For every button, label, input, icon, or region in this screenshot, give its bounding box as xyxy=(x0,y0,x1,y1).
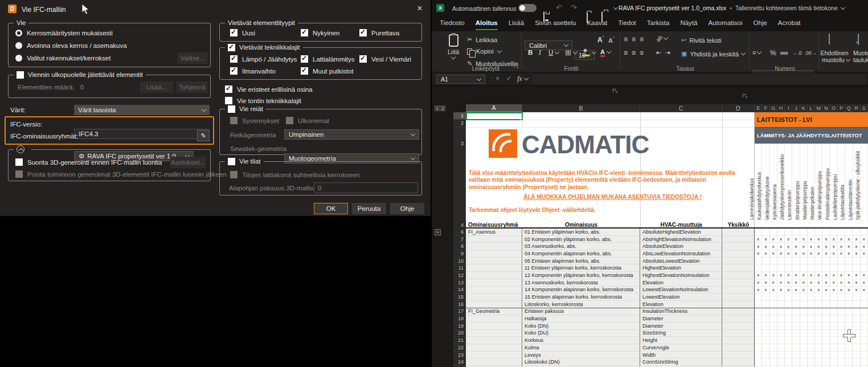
cell-mark[interactable] xyxy=(815,337,822,344)
cell-mark[interactable]: x xyxy=(792,279,800,287)
row-header[interactable]: 12 xyxy=(453,272,466,279)
cell-unit[interactable] xyxy=(722,250,755,258)
cell-mark[interactable] xyxy=(838,323,845,330)
font-color-button[interactable]: A xyxy=(600,48,611,55)
cell-mark[interactable] xyxy=(808,229,815,236)
column-header[interactable]: M xyxy=(815,104,822,112)
cell-mark[interactable]: x xyxy=(838,250,845,258)
cell-mark[interactable]: x xyxy=(853,272,860,279)
cell-property[interactable]: Koko (DU) xyxy=(522,330,640,337)
cell-mark[interactable] xyxy=(822,293,830,301)
cell-mark[interactable]: x xyxy=(830,236,838,243)
peruuta-button[interactable]: Peruuta xyxy=(352,203,386,214)
cell-mark[interactable]: x xyxy=(838,243,845,250)
cell-mark[interactable] xyxy=(785,315,792,323)
cell-property-group[interactable] xyxy=(466,344,522,352)
cell-mark[interactable] xyxy=(845,229,853,236)
cell-mark[interactable]: x xyxy=(770,272,777,279)
cell-mark[interactable] xyxy=(800,229,808,236)
clipboard-dialog-launcher[interactable] xyxy=(514,64,519,70)
cell-property-group[interactable] xyxy=(466,250,522,258)
cell-mark[interactable] xyxy=(755,337,762,344)
cell-mark[interactable] xyxy=(808,358,815,366)
cell-unit[interactable] xyxy=(722,323,755,330)
cell-mark[interactable] xyxy=(755,308,762,316)
cell-mark[interactable]: x xyxy=(762,272,769,279)
cell-mark[interactable] xyxy=(785,352,792,359)
cell-property[interactable]: 01 Eristeen yläpinnan korko, abs. xyxy=(522,229,640,236)
cell-mark[interactable] xyxy=(838,308,845,316)
cell-mark[interactable] xyxy=(853,344,860,352)
asetukset-button[interactable]: Asetukset... xyxy=(170,157,206,168)
decrease-decimal-button[interactable]: .00→ xyxy=(805,50,816,56)
borders-button[interactable]: ⊞ xyxy=(565,48,577,57)
cell-mark[interactable] xyxy=(755,358,762,366)
row-header[interactable]: 18 xyxy=(453,315,466,323)
cell-unit[interactable] xyxy=(722,293,755,301)
cell-property[interactable]: Halkaisija xyxy=(522,315,640,323)
checkbox-vie-eristeet[interactable]: Vie eristeet erillisinä osina xyxy=(225,85,313,93)
checkbox-purettava[interactable]: Purettava xyxy=(359,29,399,36)
cell-mark[interactable] xyxy=(845,352,853,359)
cell-mark[interactable]: x xyxy=(808,243,815,250)
cell-mark[interactable]: x xyxy=(822,272,830,279)
checkbox-syvennykset[interactable]: Syvennykset xyxy=(230,117,279,124)
cell-mark[interactable]: x xyxy=(845,250,853,258)
cell-mark[interactable]: x xyxy=(755,236,762,243)
cell-mark[interactable] xyxy=(838,229,845,236)
cell-mark[interactable]: x xyxy=(770,236,777,243)
cell-mark[interactable] xyxy=(822,337,830,344)
cell-mark[interactable] xyxy=(861,315,868,323)
cell-mark[interactable]: x xyxy=(808,236,815,243)
cell-mark[interactable]: x xyxy=(808,287,815,294)
edit-propertyset-button[interactable]: ✎ xyxy=(197,130,210,141)
cell-unit[interactable] xyxy=(722,229,755,236)
cell-mark[interactable]: x xyxy=(822,287,830,294)
tyhjenna-button[interactable]: Tyhjennä xyxy=(177,81,208,93)
cell-mark[interactable] xyxy=(845,344,853,352)
ribbon-tab[interactable]: Tarkista xyxy=(647,19,670,30)
cell-mark[interactable]: x xyxy=(785,279,792,287)
reikageometria-dropdown[interactable]: Umpinainen xyxy=(284,129,419,140)
autosave-toggle[interactable] xyxy=(518,4,537,12)
cell-mark[interactable]: x xyxy=(755,279,762,287)
cell-mark[interactable]: x xyxy=(853,236,860,243)
cell-mark[interactable]: x xyxy=(808,279,815,287)
cell-mark[interactable] xyxy=(792,358,800,366)
cell-mark[interactable] xyxy=(853,301,860,308)
cell-mark[interactable] xyxy=(770,264,777,272)
cell-hvac-variable[interactable]: HighestElevationNoInsulation xyxy=(640,272,722,279)
cell-mark[interactable] xyxy=(762,337,769,344)
cell-mark[interactable] xyxy=(792,264,800,272)
name-box[interactable]: A1 xyxy=(436,75,485,84)
ribbon-tab[interactable]: Automatisoi xyxy=(708,19,742,30)
cell-mark[interactable]: x xyxy=(853,287,860,294)
cell-mark[interactable] xyxy=(853,323,860,330)
cell-mark[interactable]: x xyxy=(822,279,830,287)
cell-mark[interactable] xyxy=(762,344,769,352)
cell-mark[interactable] xyxy=(808,258,815,265)
checkbox-lampo-jaahdytys[interactable]: Lämpö / Jäähdytys xyxy=(230,55,297,63)
cell-mark[interactable] xyxy=(845,308,853,316)
row-header[interactable]: 4 xyxy=(453,221,466,229)
cell-mark[interactable] xyxy=(815,293,822,301)
cell-mark[interactable] xyxy=(822,308,830,316)
column-header[interactable]: G xyxy=(770,104,777,112)
cell-mark[interactable]: x xyxy=(853,279,860,287)
cell-mark[interactable] xyxy=(838,344,845,352)
ribbon-tab[interactable]: Ohje xyxy=(754,19,767,30)
cell-mark[interactable]: x xyxy=(777,279,785,287)
cell-mark[interactable] xyxy=(762,308,769,316)
cell-hvac-variable[interactable]: SizeString xyxy=(640,330,722,337)
cell-mark[interactable] xyxy=(762,358,769,366)
cell-property-group[interactable] xyxy=(466,293,522,301)
cell-mark[interactable] xyxy=(800,258,808,265)
cell-mark[interactable] xyxy=(845,323,853,330)
alapohja-input[interactable]: 0 xyxy=(314,182,418,193)
increase-decimal-button[interactable]: ←.0 xyxy=(793,50,802,56)
cell-mark[interactable] xyxy=(815,264,822,272)
cell-property-group[interactable] xyxy=(466,236,522,243)
cell-mark[interactable] xyxy=(762,301,769,308)
cell-hvac-variable[interactable]: Diameter xyxy=(640,323,722,330)
cell-mark[interactable]: x xyxy=(770,243,777,250)
